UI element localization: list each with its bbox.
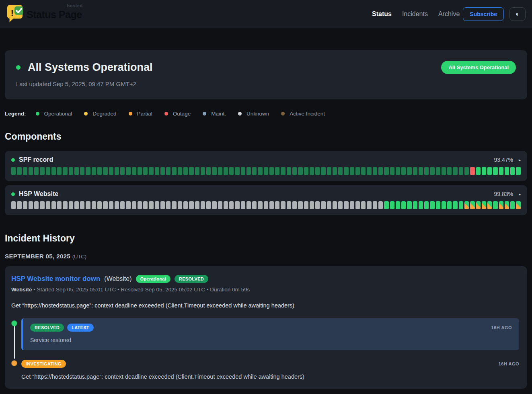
uptime-bar-operational_dim: [378, 167, 383, 175]
uptime-bar-unknown: [195, 201, 199, 209]
uptime-bar-unknown: [115, 201, 119, 209]
uptime-bar-operational_dim: [195, 167, 199, 175]
uptime-bar-operational_dim: [218, 167, 222, 175]
legend-dot-icon: [281, 112, 285, 116]
update-badge-resolved: RESOLVED: [30, 324, 64, 332]
incident-timeline: RESOLVEDLATEST16H AGOService restoredINV…: [11, 318, 519, 380]
incident-meta-times: • Started Sep 05, 2025 05:01 UTC • Resol…: [32, 287, 250, 293]
uptime-bar-unknown: [206, 201, 211, 209]
uptime-bar-operational: [453, 201, 457, 209]
uptime-bar-operational_dim: [344, 167, 348, 175]
update-text: Service restored: [30, 337, 512, 343]
uptime-bar-unknown: [34, 201, 39, 209]
timeline-update: INVESTIGATING16H AGOGet “https://hosteds…: [21, 358, 519, 380]
uptime-bar-operational_dim: [287, 167, 291, 175]
uptime-bar-operational: [442, 201, 446, 209]
uptime-bar-operational_dim: [315, 167, 320, 175]
update-badge-investigating: INVESTIGATING: [21, 360, 66, 368]
uptime-bar-operational_dim: [413, 167, 417, 175]
timeline-marker-icon: [11, 320, 17, 326]
uptime-bar-operational: [447, 201, 452, 209]
page-content: All Systems Operational All Systems Oper…: [0, 50, 532, 394]
uptime-bar-unknown: [17, 201, 21, 209]
component-card: SPF record93.47%▸: [5, 151, 527, 181]
uptime-bar-operational_dim: [138, 167, 142, 175]
nav-link-archive[interactable]: Archive: [438, 10, 460, 18]
uptime-bar-operational_dim: [172, 167, 176, 175]
legend-item-label: Outage: [173, 111, 191, 117]
overall-status-dot: [16, 65, 21, 70]
uptime-bar-operational: [476, 167, 481, 175]
subscribe-button[interactable]: Subscribe: [463, 7, 504, 21]
timezone-note: (UTC): [72, 254, 86, 260]
uptime-bar-unknown: [29, 201, 33, 209]
uptime-bar-operational_dim: [63, 167, 67, 175]
uptime-bar-operational_dim: [92, 167, 96, 175]
uptime-bar-operational: [401, 201, 406, 209]
uptime-bar-unknown: [155, 201, 159, 209]
timeline-marker-icon: [11, 360, 17, 366]
uptime-bar-unknown: [201, 201, 205, 209]
uptime-bar-unknown: [218, 201, 222, 209]
uptime-bar-operational_dim: [258, 167, 262, 175]
legend-item: Degraded: [84, 111, 116, 117]
uptime-bar-unknown: [338, 201, 343, 209]
uptime-bar-unknown: [212, 201, 216, 209]
uptime-bar-unknown: [275, 201, 279, 209]
uptime-bar-operational_dim: [57, 167, 62, 175]
component-header[interactable]: HSP Website99.83%▸: [11, 190, 521, 198]
site-header: ! Status Page hosted StatusIncidentsArch…: [0, 0, 532, 28]
chevron-right-icon[interactable]: ▸: [519, 192, 521, 196]
uptime-bar-operational_dim: [430, 167, 434, 175]
uptime-bar-operational_dim: [361, 167, 366, 175]
status-page-logo-icon: !: [6, 4, 23, 24]
uptime-bar-operational_dim: [201, 167, 205, 175]
legend-item: Unknown: [238, 111, 269, 117]
nav-link-status[interactable]: Status: [372, 10, 392, 18]
uptime-bar-unknown: [189, 201, 193, 209]
uptime-bar-operational_dim: [407, 167, 411, 175]
status-legend: Legend: OperationalDegradedPartialOutage…: [5, 111, 527, 117]
incident-operational-badge: Operational: [136, 275, 170, 283]
uptime-bar-operational_dim: [333, 167, 337, 175]
uptime-bar-unknown: [166, 201, 170, 209]
component-header[interactable]: SPF record93.47%▸: [11, 156, 521, 163]
uptime-bar-operational: [516, 167, 520, 175]
uptime-bar-operational: [424, 201, 429, 209]
timeline-entry: RESOLVEDLATEST16H AGOService restored: [11, 318, 519, 350]
uptime-bar-operational_dim: [143, 167, 148, 175]
uptime-bar-operational_dim: [367, 167, 371, 175]
uptime-bar-unknown: [126, 201, 130, 209]
legend-item-label: Unknown: [246, 111, 269, 117]
uptime-bar-unknown: [298, 201, 302, 209]
uptime-bar-operational_dim: [80, 167, 84, 175]
uptime-bar-unknown: [63, 201, 67, 209]
legend-item-label: Degraded: [92, 111, 116, 117]
uptime-bar-operational_dim: [74, 167, 79, 175]
chevron-right-icon[interactable]: ▸: [519, 158, 521, 162]
uptime-bar-operational_dim: [269, 167, 274, 175]
uptime-bar-operational_dim: [29, 167, 33, 175]
incident-message: Get “https://hostedstatus.page”: context…: [11, 302, 519, 309]
legend-item: Operational: [36, 111, 72, 117]
brand[interactable]: ! Status Page hosted: [6, 4, 82, 24]
uptime-bar-operational: [407, 201, 411, 209]
uptime-bar-operational_dim: [246, 167, 251, 175]
uptime-bar-unknown: [160, 201, 165, 209]
uptime-bar-unknown: [310, 201, 314, 209]
uptime-bar-operational: [384, 201, 388, 209]
uptime-bar-unknown: [373, 201, 377, 209]
uptime-bar-operational_dim: [34, 167, 39, 175]
theme-toggle-button[interactable]: ◐: [509, 7, 526, 21]
uptime-bar-unknown: [74, 201, 79, 209]
uptime-bar-operational_dim: [212, 167, 216, 175]
uptime-bar-unknown: [46, 201, 50, 209]
nav-link-incidents[interactable]: Incidents: [402, 10, 428, 18]
uptime-bar-unknown: [287, 201, 291, 209]
legend-dot-icon: [203, 112, 206, 116]
uptime-bar-operational_dim: [436, 167, 440, 175]
uptime-bar-unknown: [92, 201, 96, 209]
timeline-update-highlighted: RESOLVEDLATEST16H AGOService restored: [21, 318, 519, 350]
incident-title-link[interactable]: HSP Website monitor down: [11, 275, 100, 283]
svg-text:!: !: [11, 8, 14, 18]
